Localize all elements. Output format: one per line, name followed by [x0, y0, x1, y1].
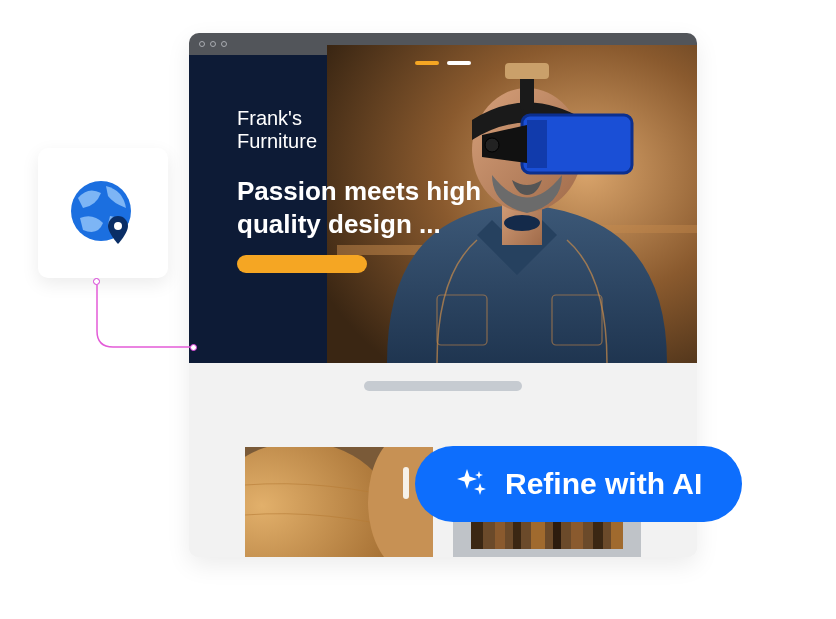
brand-line-2: Furniture — [237, 130, 317, 152]
brand-line-1: Frank's — [237, 107, 302, 129]
refine-with-ai-button[interactable]: Refine with AI — [415, 446, 742, 522]
text-placeholder — [364, 381, 522, 391]
nav-dot — [447, 61, 471, 65]
svg-point-29 — [114, 222, 122, 230]
svg-rect-17 — [403, 467, 409, 499]
hero-section: Frank's Furniture Passion meets high qua… — [189, 55, 697, 363]
connector-line — [93, 281, 198, 353]
svg-point-13 — [485, 138, 499, 152]
nav-indicator — [415, 61, 471, 65]
product-card[interactable] — [245, 447, 433, 557]
window-dot — [199, 41, 205, 47]
cta-button[interactable] — [237, 255, 367, 273]
brand-name: Frank's Furniture — [237, 107, 317, 153]
nav-dot-active — [415, 61, 439, 65]
location-globe-card[interactable] — [38, 148, 168, 278]
svg-rect-12 — [527, 120, 547, 168]
window-dot — [210, 41, 216, 47]
sparkle-icon — [455, 467, 489, 501]
refine-label: Refine with AI — [505, 467, 702, 501]
svg-rect-9 — [505, 63, 549, 79]
window-dot — [221, 41, 227, 47]
connector-endpoint — [93, 278, 100, 285]
hero-headline: Passion meets high quality design ... — [237, 175, 557, 240]
connector-endpoint — [190, 344, 197, 351]
globe-pin-icon — [68, 178, 138, 248]
